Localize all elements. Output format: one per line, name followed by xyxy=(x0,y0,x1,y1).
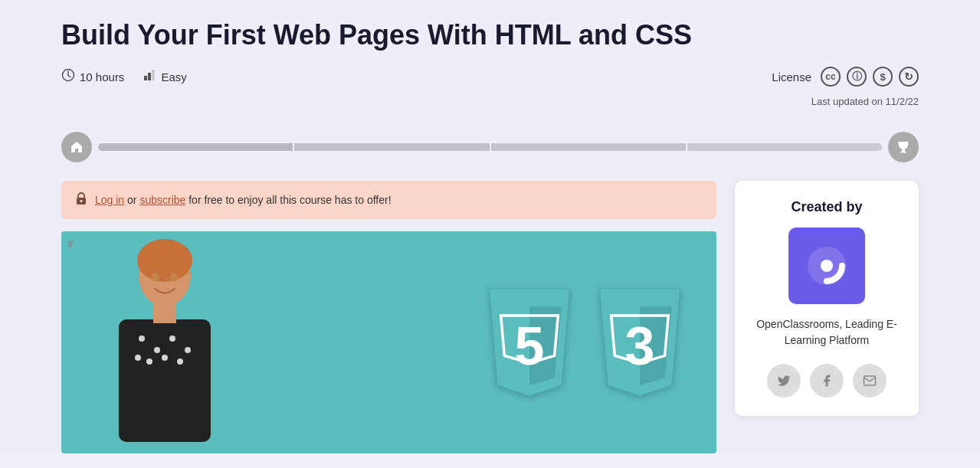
svg-point-9 xyxy=(80,200,83,202)
course-image-wrapper: # xyxy=(61,231,716,453)
main-content: Log in or subscribe for free to enjoy al… xyxy=(61,181,919,453)
meta-left: 10 hours Easy xyxy=(61,68,187,85)
svg-point-15 xyxy=(169,335,175,342)
svg-text:5: 5 xyxy=(515,316,545,376)
svg-point-16 xyxy=(185,347,191,353)
svg-point-17 xyxy=(146,358,152,365)
svg-point-22 xyxy=(152,273,159,282)
right-column: Created by OpenClassrooms, Leading E-Lea… xyxy=(735,181,919,416)
twitter-button[interactable] xyxy=(767,364,801,398)
progress-bar-section xyxy=(61,132,919,162)
license-section: License cc ⓘ $ ↻ xyxy=(772,67,919,87)
svg-rect-7 xyxy=(900,152,906,153)
svg-point-26 xyxy=(821,260,833,272)
meta-row: 10 hours Easy License cc ⓘ xyxy=(61,67,919,87)
difficulty-item: Easy xyxy=(143,68,186,85)
html5-shield: 5 xyxy=(483,289,575,396)
progress-segment-2 xyxy=(294,143,489,151)
lock-icon xyxy=(75,191,87,208)
duration-item: 10 hours xyxy=(61,68,124,85)
svg-point-20 xyxy=(135,355,141,361)
shield-container: 5 3 xyxy=(483,289,686,396)
css3-shield: 3 xyxy=(594,289,686,396)
cc-icon: cc xyxy=(821,67,841,87)
login-link[interactable]: Log in xyxy=(95,194,124,206)
login-text: Log in or subscribe for free to enjoy al… xyxy=(95,194,392,206)
sa-icon: ↻ xyxy=(899,67,919,87)
svg-rect-6 xyxy=(902,149,905,152)
subscribe-link[interactable]: subscribe xyxy=(139,194,185,206)
created-by-card: Created by OpenClassrooms, Leading E-Lea… xyxy=(735,181,919,416)
svg-text:3: 3 xyxy=(625,316,655,376)
hash-marker: # xyxy=(67,237,74,250)
svg-point-18 xyxy=(162,355,168,361)
course-title: Build Your First Web Pages With HTML and… xyxy=(61,18,919,51)
creator-logo xyxy=(788,227,865,304)
last-updated: Last updated on 11/2/22 xyxy=(61,96,919,107)
svg-line-2 xyxy=(68,76,70,77)
course-image: 5 3 xyxy=(61,231,716,453)
svg-rect-3 xyxy=(144,76,147,80)
progress-track xyxy=(98,143,882,151)
bar-chart-icon xyxy=(143,68,156,85)
difficulty-value: Easy xyxy=(161,70,186,83)
by-icon: ⓘ xyxy=(847,67,867,87)
svg-point-23 xyxy=(170,273,178,282)
svg-rect-4 xyxy=(148,73,151,80)
email-button[interactable] xyxy=(853,364,887,398)
creator-name: OpenClassrooms, Leading E-Learning Platf… xyxy=(750,316,903,349)
nc-icon: $ xyxy=(873,67,893,87)
trophy-button[interactable] xyxy=(888,132,919,162)
svg-rect-12 xyxy=(119,319,211,442)
svg-rect-5 xyxy=(152,70,155,80)
svg-point-13 xyxy=(139,335,145,342)
progress-segment-3 xyxy=(491,143,686,151)
license-label: License xyxy=(772,70,811,83)
progress-segment-4 xyxy=(687,143,882,151)
login-banner: Log in or subscribe for free to enjoy al… xyxy=(61,181,716,219)
svg-point-14 xyxy=(154,347,160,353)
duration-value: 10 hours xyxy=(80,70,124,83)
svg-rect-21 xyxy=(153,304,176,323)
openclassrooms-logo xyxy=(800,239,854,293)
left-column: Log in or subscribe for free to enjoy al… xyxy=(61,181,716,453)
progress-segment-1 xyxy=(98,143,293,151)
home-button[interactable] xyxy=(61,132,92,162)
svg-point-19 xyxy=(177,358,183,365)
facebook-button[interactable] xyxy=(810,364,844,398)
created-by-title: Created by xyxy=(750,199,903,215)
social-icons xyxy=(750,364,903,398)
clock-icon xyxy=(61,68,75,85)
instructor-image xyxy=(92,239,238,446)
svg-point-11 xyxy=(137,239,192,282)
